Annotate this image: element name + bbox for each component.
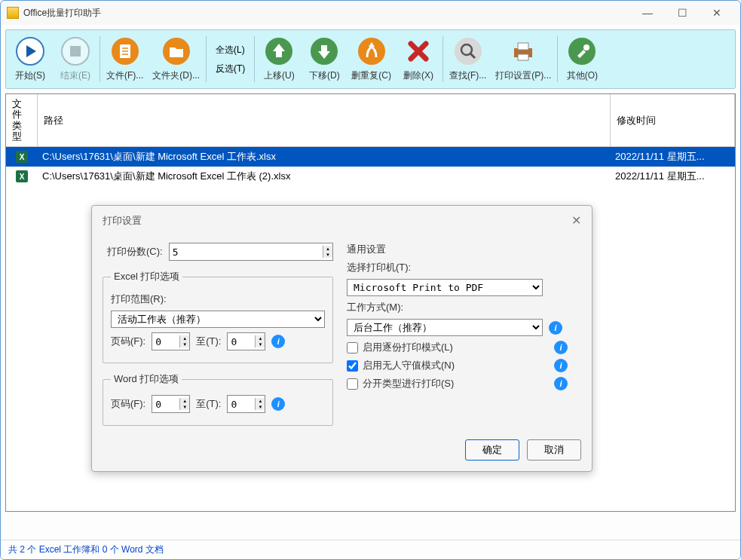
copies-label: 打印份数(C): bbox=[107, 245, 163, 259]
stop-icon bbox=[60, 36, 90, 66]
page-to-label: 至(T): bbox=[196, 335, 221, 348]
separate-type-checkbox[interactable] bbox=[347, 378, 358, 390]
info-icon[interactable]: i bbox=[271, 397, 285, 411]
search-icon bbox=[453, 36, 483, 66]
dedupe-button[interactable]: 删重复(C) bbox=[347, 33, 396, 85]
excel-icon: X bbox=[16, 170, 28, 182]
info-icon[interactable]: i bbox=[271, 335, 285, 348]
excel-options-group: Excel 打印选项 打印范围(R): 活动工作表（推荐） 页码(F): ▲▼ … bbox=[103, 270, 333, 363]
file-button[interactable]: 文件(F)... bbox=[102, 33, 148, 85]
table-header: 文件类型 路径 修改时间 bbox=[6, 94, 735, 147]
minimize-button[interactable]: — bbox=[630, 2, 665, 24]
info-icon[interactable]: i bbox=[549, 321, 562, 335]
svg-rect-3 bbox=[70, 46, 81, 57]
select-all-button[interactable]: 全选(L) bbox=[213, 41, 248, 60]
cancel-button[interactable]: 取消 bbox=[527, 439, 581, 461]
svg-point-21 bbox=[583, 44, 589, 50]
printer-icon bbox=[508, 36, 538, 66]
word-page-to-input[interactable]: ▲▼ bbox=[227, 395, 265, 413]
delete-icon bbox=[403, 36, 433, 66]
spin-up-icon[interactable]: ▲ bbox=[323, 246, 332, 252]
file-icon bbox=[110, 36, 140, 66]
general-settings-group: 通用设置 选择打印机(T): Microsoft Print to PDF 工作… bbox=[347, 243, 581, 395]
maximize-button[interactable]: ☐ bbox=[665, 2, 700, 24]
dialog-title: 打印设置 bbox=[103, 214, 142, 228]
end-button[interactable]: 结束(E) bbox=[53, 33, 98, 85]
info-icon[interactable]: i bbox=[554, 341, 568, 354]
find-button[interactable]: 查找(F)... bbox=[445, 33, 491, 85]
toolbar: 开始(S) 结束(E) 文件(F)... 文件夹(D)... 全选(L) 反选(… bbox=[5, 29, 736, 89]
svg-point-14 bbox=[455, 38, 482, 65]
copies-input[interactable]: ▲▼ bbox=[169, 243, 333, 261]
delete-button[interactable]: 删除(X) bbox=[396, 33, 441, 85]
word-page-from-input[interactable]: ▲▼ bbox=[152, 395, 190, 413]
print-settings-button[interactable]: 打印设置(P)... bbox=[491, 33, 556, 85]
other-button[interactable]: 其他(O) bbox=[559, 33, 605, 85]
page-from-label: 页码(F): bbox=[111, 335, 145, 348]
print-range-select[interactable]: 活动工作表（推荐） bbox=[111, 311, 325, 328]
print-settings-dialog: 打印设置 ✕ 打印份数(C): ▲▼ Excel 打印选项 打印范围(R): 活… bbox=[91, 205, 592, 472]
status-text: 共 2 个 Excel 工作簿和 0 个 Word 文档 bbox=[8, 543, 164, 556]
work-mode-select[interactable]: 后台工作（推荐） bbox=[347, 319, 543, 336]
start-button[interactable]: 开始(S) bbox=[8, 33, 53, 85]
merge-icon bbox=[357, 36, 387, 66]
svg-rect-19 bbox=[518, 54, 528, 60]
printer-label: 选择打印机(T): bbox=[347, 261, 411, 274]
status-bar: 共 2 个 Excel 工作簿和 0 个 Word 文档 bbox=[1, 540, 740, 559]
select-group: 全选(L) 反选(T) bbox=[208, 33, 253, 85]
svg-rect-18 bbox=[518, 43, 528, 50]
spin-down-icon[interactable]: ▼ bbox=[323, 252, 332, 258]
svg-point-12 bbox=[358, 38, 385, 65]
move-down-button[interactable]: 下移(D) bbox=[302, 33, 347, 85]
unattended-checkbox[interactable] bbox=[347, 360, 358, 372]
tools-icon bbox=[567, 36, 597, 66]
ok-button[interactable]: 确定 bbox=[465, 439, 519, 461]
arrow-up-icon bbox=[264, 36, 294, 66]
folder-button[interactable]: 文件夹(D)... bbox=[148, 33, 204, 85]
info-icon[interactable]: i bbox=[554, 359, 568, 372]
invert-selection-button[interactable]: 反选(T) bbox=[213, 60, 248, 78]
col-path[interactable]: 路径 bbox=[38, 94, 611, 146]
printer-select[interactable]: Microsoft Print to PDF bbox=[347, 279, 543, 296]
close-button[interactable]: ✕ bbox=[700, 2, 734, 24]
word-from-label: 页码(F): bbox=[111, 397, 145, 411]
app-icon bbox=[7, 7, 19, 19]
excel-page-to-input[interactable]: ▲▼ bbox=[227, 332, 265, 350]
folder-icon bbox=[161, 36, 191, 66]
arrow-down-icon bbox=[309, 36, 339, 66]
table-row[interactable]: X C:\Users\17631\桌面\新建 Microsoft Excel 工… bbox=[6, 147, 735, 167]
mode-label: 工作方式(M): bbox=[347, 301, 403, 314]
col-type[interactable]: 文件类型 bbox=[6, 94, 38, 146]
range-label: 打印范围(R): bbox=[111, 292, 167, 306]
table-row[interactable]: X C:\Users\17631\桌面\新建 Microsoft Excel 工… bbox=[6, 167, 735, 186]
play-icon bbox=[15, 36, 45, 66]
word-to-label: 至(T): bbox=[196, 397, 221, 411]
excel-page-from-input[interactable]: ▲▼ bbox=[152, 332, 190, 350]
window-title: Office批量打印助手 bbox=[23, 7, 630, 20]
word-options-group: Word 打印选项 页码(F): ▲▼ 至(T): ▲▼ i bbox=[103, 372, 333, 426]
titlebar: Office批量打印助手 — ☐ ✕ bbox=[1, 1, 740, 25]
col-time[interactable]: 修改时间 bbox=[611, 94, 735, 146]
collate-checkbox[interactable] bbox=[347, 342, 358, 353]
excel-icon: X bbox=[16, 151, 28, 163]
info-icon[interactable]: i bbox=[554, 377, 568, 390]
move-up-button[interactable]: 上移(U) bbox=[256, 33, 302, 85]
dialog-close-button[interactable]: ✕ bbox=[571, 213, 581, 228]
